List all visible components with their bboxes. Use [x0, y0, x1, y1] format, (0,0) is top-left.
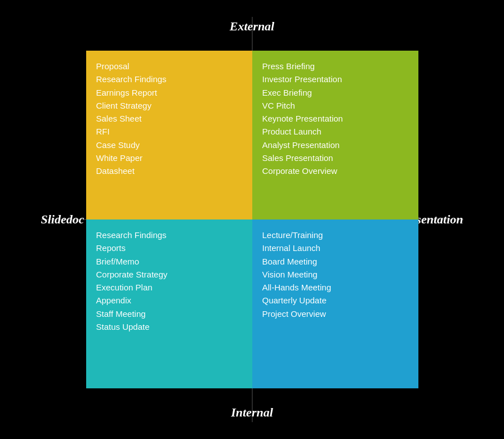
top-right-list: Press BriefingInvestor PresentationExec …: [262, 60, 408, 177]
diagram-container: External Internal Slidedoc Presentation …: [41, 17, 463, 422]
list-item: Lecture/Training: [262, 229, 408, 241]
bottom-right-list: Lecture/TrainingInternal LaunchBoard Mee…: [262, 229, 408, 320]
list-item: Quarterly Update: [262, 294, 408, 307]
list-item: Press Briefing: [262, 60, 408, 73]
list-item: Keynote Presentation: [262, 112, 408, 125]
list-item: Client Strategy: [96, 99, 242, 112]
quadrant-top-right: Press BriefingInvestor PresentationExec …: [252, 51, 418, 220]
list-item: Earnings Report: [96, 86, 242, 99]
list-item: All-Hands Meeting: [262, 281, 408, 294]
list-item: Board Meeting: [262, 255, 408, 268]
top-left-list: ProposalResearch FindingsEarnings Report…: [96, 60, 242, 177]
list-item: Datasheet: [96, 164, 242, 177]
quadrant-bottom-left: Research FindingsReportsBrief/MemoCorpor…: [86, 220, 252, 388]
list-item: Research Findings: [96, 229, 242, 241]
list-item: Internal Launch: [262, 241, 408, 254]
quadrant-grid: ProposalResearch FindingsEarnings Report…: [86, 51, 418, 388]
list-item: Exec Briefing: [262, 86, 408, 99]
list-item: Appendix: [96, 294, 242, 307]
list-item: Investor Presentation: [262, 73, 408, 86]
list-item: Sales Sheet: [96, 112, 242, 125]
list-item: Proposal: [96, 60, 242, 73]
list-item: VC Pitch: [262, 99, 408, 112]
list-item: Brief/Memo: [96, 255, 242, 268]
list-item: Analyst Presentation: [262, 138, 408, 151]
list-item: White Paper: [96, 151, 242, 164]
quadrant-top-left: ProposalResearch FindingsEarnings Report…: [86, 51, 252, 220]
list-item: Execution Plan: [96, 281, 242, 294]
list-item: RFI: [96, 125, 242, 138]
list-item: Research Findings: [96, 73, 242, 86]
list-item: Reports: [96, 241, 242, 254]
list-item: Product Launch: [262, 125, 408, 138]
list-item: Corporate Overview: [262, 164, 408, 177]
list-item: Staff Meeting: [96, 307, 242, 320]
list-item: Status Update: [96, 320, 242, 333]
list-item: Project Overview: [262, 307, 408, 320]
list-item: Sales Presentation: [262, 151, 408, 164]
list-item: Corporate Strategy: [96, 268, 242, 281]
list-item: Case Study: [96, 138, 242, 151]
quadrant-bottom-right: Lecture/TrainingInternal LaunchBoard Mee…: [252, 220, 418, 388]
label-internal: Internal: [231, 405, 273, 420]
label-external: External: [230, 19, 274, 34]
list-item: Vision Meeting: [262, 268, 408, 281]
bottom-left-list: Research FindingsReportsBrief/MemoCorpor…: [96, 229, 242, 333]
label-slidedoc: Slidedoc: [41, 212, 84, 227]
